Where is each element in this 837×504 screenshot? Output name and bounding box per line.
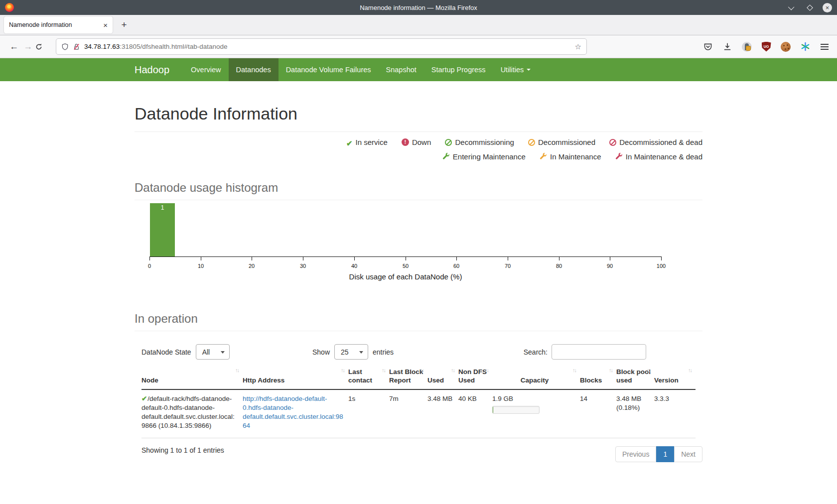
forward-button[interactable]: →: [21, 41, 35, 52]
datanode-state-label: DataNode State: [141, 348, 191, 356]
bookmark-star-icon[interactable]: ☆: [575, 42, 581, 51]
col-header-block-pool-used[interactable]: Block pool used↑↓: [616, 366, 654, 389]
col-header-http-address[interactable]: Http Address↑↓: [243, 366, 348, 389]
wrench-icon: [540, 153, 547, 160]
status-legend: ✔In service !Down Decommissioning Decomm…: [135, 138, 702, 161]
ublock-origin-button[interactable]: UO: [761, 41, 772, 52]
sort-icon[interactable]: ↑↓: [341, 367, 344, 374]
x-tick-label: 90: [607, 263, 613, 269]
col-header-last-contact[interactable]: Last contact↑↓: [348, 366, 389, 389]
x-tick-label: 60: [453, 263, 459, 269]
legend-in-maintenance: In Maintenance: [540, 152, 601, 161]
col-header-node[interactable]: Node↑↓: [141, 366, 243, 389]
insecure-lock-icon[interactable]: [73, 43, 80, 51]
datanode-usage-histogram: 1 0 10 20 30 40 50 60 70 80 90 100 Disk …: [135, 203, 702, 292]
x-axis-label: Disk usage of each DataNode (%): [349, 272, 462, 281]
cookie-icon: [781, 42, 791, 52]
window-minimize-button[interactable]: [787, 2, 797, 12]
cookie-extension-button[interactable]: [780, 41, 791, 52]
cell-block-pool-used: 3.48 MB (0.18%): [616, 389, 654, 438]
url-bar[interactable]: 34.78.17.63:31805/dfshealth.html#tab-dat…: [56, 38, 587, 55]
shield-permissions-icon[interactable]: [61, 43, 69, 51]
cell-blocks: 14: [580, 389, 616, 438]
col-header-capacity[interactable]: Capacity↑↓: [492, 366, 580, 389]
window-maximize-button[interactable]: [805, 2, 815, 12]
back-button[interactable]: ←: [7, 41, 21, 52]
col-header-last-block-report[interactable]: Last Block Report↑↓: [389, 366, 427, 389]
nav-item-snapshot[interactable]: Snapshot: [379, 58, 424, 81]
sort-icon[interactable]: ↑↓: [647, 367, 650, 374]
page-1-button[interactable]: 1: [656, 446, 674, 462]
next-page-button[interactable]: Next: [674, 446, 702, 462]
x-tick-label: 10: [198, 263, 204, 269]
table-info: Showing 1 to 1 of 1 entries: [141, 446, 224, 454]
menu-button[interactable]: [819, 41, 830, 52]
downloads-button[interactable]: [722, 41, 733, 52]
nav-item-overview[interactable]: Overview: [183, 58, 228, 81]
x-tick-label: 70: [505, 263, 511, 269]
in-service-check-icon: ✔: [141, 395, 147, 402]
datanode-state-select[interactable]: All: [196, 344, 230, 360]
page-title: Datanode Information: [135, 104, 702, 124]
window-title: Namenode information — Mozilla Firefox: [0, 4, 837, 11]
search-input[interactable]: [552, 344, 646, 360]
reload-button[interactable]: [35, 43, 49, 51]
divider: [135, 200, 702, 200]
nav-item-volume-failures[interactable]: Datanode Volume Failures: [279, 58, 379, 81]
window-close-button[interactable]: ×: [823, 3, 832, 12]
divider: [135, 331, 702, 331]
cell-used: 3.48 MB: [427, 389, 458, 438]
table-header-row: Node↑↓ Http Address↑↓ Last contact↑↓ Las…: [141, 366, 696, 389]
in-operation-heading: In operation: [135, 312, 702, 326]
firefox-logo-icon: [5, 3, 14, 12]
new-tab-button[interactable]: +: [117, 17, 132, 32]
ban-circle-icon: [445, 139, 452, 146]
show-entries-select[interactable]: 25: [334, 344, 368, 360]
ban-circle-icon: [528, 139, 535, 146]
extension-lock-icon: [742, 42, 752, 52]
sort-icon[interactable]: ↑↓: [451, 367, 454, 374]
window-titlebar: Namenode information — Mozilla Firefox ×: [0, 0, 837, 15]
col-header-version[interactable]: Version↑↓: [654, 366, 696, 389]
sort-icon[interactable]: ↑↓: [609, 367, 612, 374]
download-icon: [723, 42, 732, 51]
x-tick-label: 0: [148, 263, 151, 269]
previous-page-button[interactable]: Previous: [615, 446, 656, 462]
histogram-bar: 1: [150, 203, 175, 257]
http-address-link[interactable]: http://hdfs-datanode-default-0.hdfs-data…: [243, 395, 343, 430]
browser-tab[interactable]: Namenode information ×: [4, 16, 113, 33]
col-header-non-dfs-used[interactable]: Non DFS Used↑↓: [458, 366, 492, 389]
asterisk-extension-button[interactable]: [800, 41, 811, 52]
sort-icon[interactable]: ↑↓: [382, 367, 385, 374]
pocket-icon: [703, 42, 712, 51]
cell-node: ✔/default-rack/hdfs-datanode-default-0.h…: [141, 389, 243, 438]
hadoop-navbar: Hadoop Overview Datanodes Datanode Volum…: [0, 58, 837, 81]
entries-label: entries: [373, 348, 394, 356]
browser-toolbar: ← → 34.78.17.63:31805/dfshealth.html#tab…: [0, 35, 837, 58]
cell-http-address: http://hdfs-datanode-default-0.hdfs-data…: [243, 389, 348, 438]
pocket-button[interactable]: [702, 41, 713, 52]
nav-item-utilities[interactable]: Utilities: [493, 58, 539, 81]
url-text[interactable]: 34.78.17.63:31805/dfshealth.html#tab-dat…: [84, 43, 571, 50]
x-tick-label: 80: [556, 263, 562, 269]
tab-close-icon[interactable]: ×: [103, 21, 108, 29]
navbar-brand[interactable]: Hadoop: [135, 58, 183, 81]
exclamation-circle-icon: !: [402, 138, 409, 146]
sort-icon[interactable]: ↑↓: [572, 367, 576, 374]
nav-item-startup-progress[interactable]: Startup Progress: [424, 58, 493, 81]
col-header-used[interactable]: Used↑↓: [427, 366, 458, 389]
datanodes-table: Node↑↓ Http Address↑↓ Last contact↑↓ Las…: [141, 366, 696, 438]
maximize-diamond-icon: [807, 4, 813, 11]
tab-strip: Namenode information × +: [0, 15, 837, 35]
sort-icon[interactable]: ↑↓: [485, 367, 488, 374]
sort-icon[interactable]: ↑↓: [420, 367, 423, 374]
sort-icon[interactable]: ↑↓: [688, 367, 692, 374]
show-label: Show: [312, 348, 330, 356]
extension-privacy-button[interactable]: [741, 41, 752, 52]
chevron-down-icon: [788, 3, 794, 10]
hamburger-icon: [821, 44, 829, 50]
sort-icon[interactable]: ↑↓: [235, 367, 239, 374]
histogram-heading: Datanode usage histogram: [135, 181, 702, 195]
col-header-blocks[interactable]: Blocks↑↓: [580, 366, 616, 389]
nav-item-datanodes[interactable]: Datanodes: [229, 58, 279, 81]
